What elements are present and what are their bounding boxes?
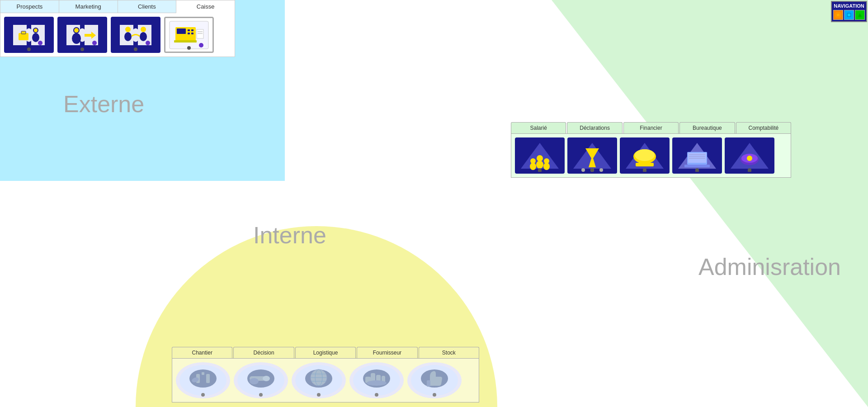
chantier-icon — [178, 364, 228, 397]
nav-orange-icon — [835, 12, 841, 18]
declarations-dot — [590, 168, 594, 172]
nav-widget-icons — [833, 10, 865, 20]
salarie-icon-box[interactable] — [515, 137, 565, 174]
tab-chantier[interactable]: Chantier — [172, 347, 232, 358]
svg-point-34 — [537, 155, 543, 161]
svg-point-13 — [125, 27, 131, 32]
tab-prospects[interactable]: Prospects — [0, 0, 59, 13]
svg-point-9 — [74, 28, 79, 33]
interne-label: Interne — [253, 222, 326, 249]
svg-rect-20 — [177, 28, 186, 34]
tab-declarations[interactable]: Déclarations — [567, 122, 622, 133]
financier-icon-box[interactable] — [620, 137, 670, 174]
svg-rect-21 — [188, 29, 190, 31]
decision-icon — [236, 364, 286, 397]
svg-point-11 — [92, 41, 97, 45]
admin-background — [552, 0, 868, 407]
svg-point-77 — [263, 376, 270, 381]
externe-tabs: Prospects Marketing Clients Caisse — [0, 0, 235, 13]
tab-decision[interactable]: Décision — [233, 347, 294, 358]
svg-rect-23 — [188, 33, 190, 34]
tab-comptabilite[interactable]: Comptabilité — [736, 122, 791, 133]
externe-nav-panel: Prospects Marketing Clients Caisse — [0, 0, 235, 57]
svg-rect-103 — [848, 14, 850, 16]
svg-rect-2 — [21, 31, 26, 34]
nav-btn-green[interactable] — [855, 10, 865, 20]
svg-point-87 — [317, 393, 321, 397]
tab-stock[interactable]: Stock — [419, 347, 479, 358]
svg-point-99 — [433, 393, 436, 397]
tab-fournisseur[interactable]: Fournisseur — [357, 347, 417, 358]
interne-tabs: Chantier Décision Logistique Fournisseur… — [172, 347, 479, 358]
comptabilite-dot — [748, 168, 751, 172]
externe-label: Externe — [63, 90, 144, 118]
tab-logistique[interactable]: Logistique — [295, 347, 356, 358]
svg-point-29 — [199, 43, 203, 47]
tab-bureautique[interactable]: Bureautique — [679, 122, 735, 133]
clients-dot — [134, 47, 137, 51]
svg-rect-28 — [174, 40, 197, 43]
svg-rect-50 — [636, 163, 654, 166]
svg-point-37 — [543, 163, 550, 170]
svg-point-4 — [32, 33, 39, 42]
nav-btn-orange[interactable] — [833, 10, 843, 20]
clients-icon-box[interactable] — [111, 17, 160, 53]
svg-point-94 — [367, 380, 387, 386]
interne-nav-panel: Chantier Décision Logistique Fournisseur… — [172, 347, 479, 402]
svg-rect-59 — [684, 165, 710, 167]
admin-icons-row — [511, 133, 791, 178]
nav-blue-icon — [846, 12, 852, 18]
svg-rect-71 — [206, 374, 210, 383]
clients-icon — [115, 20, 156, 50]
bureautique-icon-box[interactable] — [672, 137, 722, 174]
marketing-dot — [80, 47, 84, 51]
stock-icon — [410, 364, 459, 397]
nav-green-icon — [857, 12, 863, 18]
svg-point-43 — [581, 168, 585, 172]
comptabilite-icon-box[interactable] — [725, 137, 774, 174]
navigation-widget: NAVIGATION — [831, 1, 867, 22]
svg-rect-25 — [197, 29, 203, 38]
bureautique-icon — [675, 139, 720, 172]
svg-point-45 — [599, 168, 603, 172]
svg-rect-98 — [427, 380, 430, 387]
logistique-icon — [294, 364, 344, 397]
svg-point-5 — [34, 28, 38, 32]
svg-point-65 — [747, 156, 752, 161]
tab-caisse[interactable]: Caisse — [176, 0, 235, 13]
svg-point-49 — [635, 149, 655, 161]
tab-salarie[interactable]: Salarié — [511, 122, 566, 133]
decision-icon-box[interactable] — [234, 362, 288, 398]
svg-point-10 — [72, 33, 81, 44]
stock-icon-box[interactable] — [407, 362, 462, 398]
tab-financier[interactable]: Financier — [623, 122, 679, 133]
svg-point-17 — [146, 41, 150, 45]
nav-widget-label: NAVIGATION — [833, 3, 865, 9]
marketing-icon-box[interactable] — [57, 17, 107, 53]
salarie-dot — [538, 168, 542, 172]
svg-marker-104 — [858, 13, 862, 17]
tab-marketing[interactable]: Marketing — [59, 0, 118, 13]
svg-point-95 — [375, 393, 378, 397]
tab-clients[interactable]: Clients — [118, 0, 177, 13]
admin-label: Adminisration — [698, 253, 841, 280]
nav-btn-blue[interactable] — [844, 10, 854, 20]
svg-point-15 — [141, 27, 146, 32]
admin-nav-panel: Salarié Déclarations Financier Bureautiq… — [511, 122, 791, 178]
declarations-icon-box[interactable] — [567, 137, 617, 174]
logistique-icon-box[interactable] — [292, 362, 346, 398]
fournisseur-icon-box[interactable] — [349, 362, 404, 398]
fournisseur-icon — [352, 364, 401, 397]
chantier-icon-box[interactable] — [176, 362, 230, 398]
marketing-icon — [62, 20, 103, 50]
caisse-icon — [169, 20, 209, 50]
svg-point-73 — [201, 393, 205, 397]
financier-dot — [643, 168, 646, 172]
svg-rect-22 — [191, 29, 193, 31]
prospects-dot — [27, 47, 31, 51]
prospects-icon — [9, 20, 49, 50]
externe-icons-row — [0, 13, 235, 57]
caisse-icon-box[interactable] — [164, 17, 214, 53]
prospects-icon-box[interactable] — [4, 17, 54, 53]
financier-icon — [622, 139, 667, 172]
